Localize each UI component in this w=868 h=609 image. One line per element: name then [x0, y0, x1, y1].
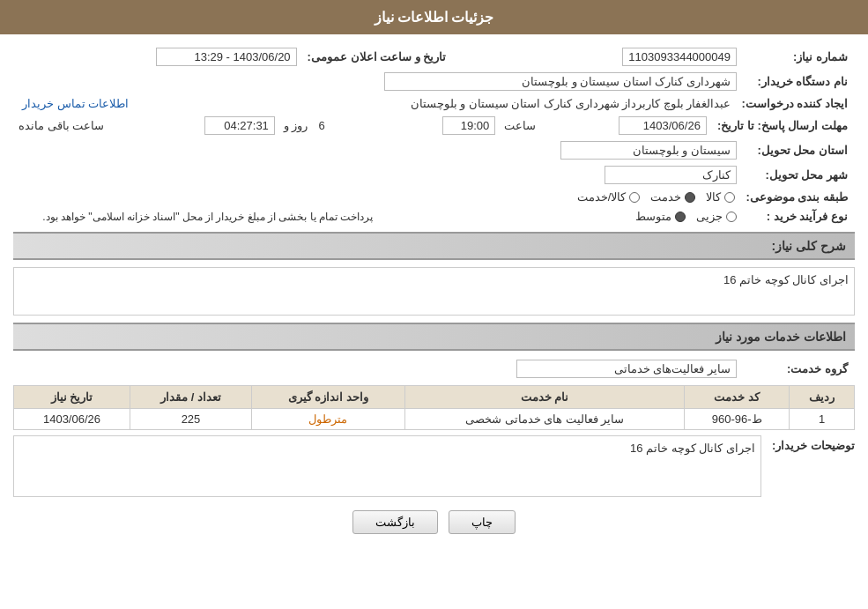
city-label: شهر محل تحویل: [740, 167, 855, 183]
dastgah-label: نام دستگاه خریدار: [740, 73, 855, 90]
sharh-content-area: اجرای کانال کوچه خاتم 16 [13, 267, 855, 316]
table-header-row: ردیف کد خدمت نام خدمت واحد اندازه گیری ت… [14, 386, 855, 409]
sharh-content-text: اجرای کانال کوچه خاتم 16 [723, 273, 849, 286]
col-date: تاریخ نیاز [14, 386, 130, 409]
creator-text: عبدالغفار بلوچ کاربرداز شهرداری کنارک اس… [411, 97, 731, 110]
page-wrapper: جزئیات اطلاعات نیاز شماره نیاز: 11030933… [0, 0, 868, 609]
creator-value: عبدالغفار بلوچ کاربرداز شهرداری کنارک اس… [137, 95, 734, 112]
radio-kala-khedmat-dot [629, 192, 640, 203]
khadamat-section-title: اطلاعات خدمات مورد نیاز [13, 323, 855, 351]
service-group-label: گروه خدمت: [740, 360, 855, 377]
city-input: کنارک [605, 166, 737, 184]
purchase-type-options: جزیی متوسط [381, 208, 741, 225]
page-header: جزئیات اطلاعات نیاز [0, 0, 868, 34]
cell-service-code: ط-96-960 [685, 409, 790, 430]
deadline-time-input: 19:00 [442, 116, 495, 135]
creator-label: ایجاد کننده درخواست: [734, 95, 855, 112]
purchase-type-motawaset: متوسط [635, 210, 686, 223]
category-label: طبقه بندی موضوعی: [738, 189, 855, 205]
col-count: تعداد / مقدار [130, 386, 251, 409]
col-unit: واحد اندازه گیری [251, 386, 404, 409]
deadline-remaining-label: ساعت باقی مانده [13, 117, 109, 134]
niaz-number-value: 1103093344000049 [453, 46, 740, 68]
service-group-row: گروه خدمت: سایر فعالیت‌های خدماتی [13, 358, 855, 380]
deadline-time-label: ساعت [499, 117, 541, 134]
button-row: چاپ بازگشت [13, 510, 855, 534]
tawzeehat-content: اجرای کانال کوچه خاتم 16 [630, 442, 755, 455]
city-value: کنارک [13, 164, 740, 186]
dastgah-value: شهرداری کنارک استان سیستان و بلوچستان [13, 71, 740, 93]
radio-khedmat-label: خدمت [650, 190, 681, 204]
deadline-remaining-input: 04:27:31 [204, 116, 275, 135]
category-radio-group: کالا خدمت کالا/خدمت [17, 190, 735, 204]
category-options: کالا خدمت کالا/خدمت [13, 189, 738, 205]
announce-date-input: 1403/06/20 - 13:29 [156, 48, 297, 66]
purchase-type-row: نوع فرآیند خرید : جزیی متوسط پرداخت تمام… [13, 208, 855, 225]
niaz-number-input: 1103093344000049 [622, 48, 737, 66]
cell-count: 225 [130, 409, 251, 430]
cell-date: 1403/06/26 [14, 409, 130, 430]
table-row: 1 ط-96-960 سایر فعالیت های خدماتی شخصی م… [14, 409, 855, 430]
radio-jozii-dot [726, 212, 737, 222]
main-content: شماره نیاز: 1103093344000049 تاریخ و ساع… [0, 34, 868, 552]
col-service-name: نام خدمت [404, 386, 684, 409]
province-row: استان محل تحویل: سیستان و بلوچستان [13, 139, 855, 161]
deadline-date-input: 1403/06/26 [619, 116, 707, 135]
sharh-section-title: شرح کلی نیاز: [13, 232, 855, 260]
deadline-date-value: 1403/06/26 [541, 115, 710, 137]
services-table: ردیف کد خدمت نام خدمت واحد اندازه گیری ت… [13, 385, 855, 430]
purchase-type-jozii: جزیی [696, 210, 737, 223]
category-radio-kala: کالا [706, 190, 735, 204]
radio-jozii-label: جزیی [696, 210, 723, 223]
radio-motawaset-label: متوسط [635, 210, 671, 223]
col-service-code: کد خدمت [685, 386, 790, 409]
dastgah-input: شهرداری کنارک استان سیستان و بلوچستان [384, 72, 737, 91]
category-radio-khedmat: خدمت [650, 190, 695, 204]
contact-link[interactable]: اطلاعات تماس خریدار [22, 97, 129, 110]
sharh-title-text: شرح کلی نیاز: [772, 239, 846, 253]
radio-kala-khedmat-label: کالا/خدمت [577, 190, 627, 204]
city-row: شهر محل تحویل: کنارک [13, 164, 855, 186]
province-value: سیستان و بلوچستان [13, 139, 740, 161]
province-input: سیستان و بلوچستان [560, 141, 737, 160]
radio-khedmat-dot [685, 192, 695, 203]
purchase-type-radio-group: جزیی متوسط [384, 210, 738, 223]
announce-date-value: 1403/06/20 - 13:29 [13, 46, 300, 68]
deadline-row: مهلت ارسال پاسخ: تا تاریخ: 1403/06/26 سا… [13, 115, 855, 137]
page-title: جزئیات اطلاعات نیاز [375, 10, 494, 25]
cell-row-num: 1 [790, 409, 855, 430]
deadline-time-value: 19:00 [330, 115, 500, 137]
creator-row: ایجاد کننده درخواست: عبدالغفار بلوچ کارب… [13, 95, 855, 112]
print-button[interactable]: چاپ [449, 510, 516, 534]
tawzeehat-label: توضیحات خریدار: [767, 435, 855, 452]
radio-kala-dot [724, 192, 735, 203]
deadline-label: مهلت ارسال پاسخ: تا تاریخ: [710, 117, 855, 134]
deadline-remaining-value: 04:27:31 [109, 115, 278, 137]
service-group-value: سایر فعالیت‌های خدماتی [13, 358, 740, 380]
cell-service-name: سایر فعالیت های خدماتی شخصی [404, 409, 684, 430]
radio-motawaset-dot [675, 212, 686, 222]
tawzeehat-area: توضیحات خریدار: اجرای کانال کوچه خاتم 16 [13, 435, 855, 497]
service-group-input: سایر فعالیت‌های خدماتی [516, 360, 737, 378]
purchase-type-label: نوع فرآیند خرید : [740, 208, 855, 225]
deadline-days-value: 6 [313, 117, 330, 134]
category-radio-kala-khedmat: کالا/خدمت [577, 190, 641, 204]
khadamat-title-text: اطلاعات خدمات مورد نیاز [716, 330, 846, 344]
back-button[interactable]: بازگشت [352, 510, 438, 534]
category-row: طبقه بندی موضوعی: کالا خدمت کالا/خدمت [13, 189, 855, 205]
niaz-number-label: شماره نیاز: [740, 48, 855, 65]
dastgah-row: نام دستگاه خریدار: شهرداری کنارک استان س… [13, 71, 855, 93]
radio-kala-label: کالا [706, 190, 721, 204]
announce-date-label: تاریخ و ساعت اعلان عمومی: [300, 48, 454, 65]
cell-unit: مترطول [251, 409, 404, 430]
col-row-num: ردیف [790, 386, 855, 409]
deadline-days-label: روز و [278, 117, 314, 134]
niaz-number-row: شماره نیاز: 1103093344000049 تاریخ و ساع… [13, 46, 855, 68]
cell-unit-text: مترطول [308, 412, 347, 426]
purchase-type-note: پرداخت تمام یا بخشی از مبلغ خریدار از مح… [13, 209, 381, 225]
province-label: استان محل تحویل: [740, 142, 855, 159]
